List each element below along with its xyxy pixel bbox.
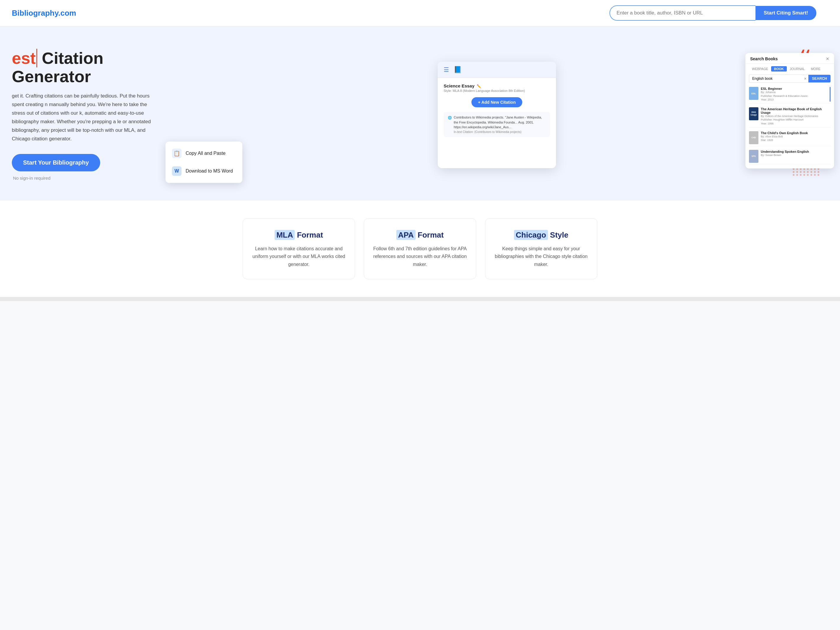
apa-badge: APA [396, 230, 415, 240]
in-text-citation: In-text Citation: (Contributors to Wikim… [454, 130, 546, 134]
book-info-1: ESL Beginner By: JohannaPublisher: Resea… [761, 87, 826, 102]
feature-mla-title: MLA Format [252, 231, 346, 240]
book-result-3[interactable]: CHD The Child's Own English Book By: Ali… [749, 129, 831, 146]
book-icon: 📘 [454, 66, 462, 74]
sbp-title: Search Books [750, 57, 778, 61]
book-thumb-4: SPK [749, 150, 758, 163]
logo[interactable]: Bibliography.com [12, 9, 76, 18]
book-thumb-3: CHD [749, 131, 758, 144]
hero-left: est Citation Generator get it. Crafting … [12, 49, 166, 181]
app-window-subtitle: Style: MLA 8 (Modern Language Associatio… [444, 89, 550, 93]
download-word-action[interactable]: W Download to MS Word [166, 162, 242, 180]
book-info-4: Understanding Spoken English By: Susan B… [761, 150, 831, 157]
apa-title-rest: Format [418, 231, 444, 239]
book-meta-4: By: Susan Brown [761, 153, 831, 157]
sbp-close-button[interactable]: ✕ [826, 57, 829, 61]
book-thumb-2: ENGUsage [749, 107, 758, 120]
sbp-search-button[interactable]: SEARCH [808, 75, 831, 82]
tab-webpage[interactable]: WEBPAGE [749, 66, 771, 71]
citation-entry: 🌐 Contributors to Wikimedia projects. "J… [444, 112, 550, 137]
hero-title-highlight: est [12, 49, 37, 67]
sbp-search-row: ✕ SEARCH [749, 74, 831, 83]
hero-cta-button[interactable]: Start Your Bibliography [12, 154, 100, 171]
header-search-input[interactable] [609, 5, 755, 21]
book-title-2: The American Heritage Book of English Us… [761, 107, 831, 114]
sbp-search-input[interactable] [749, 74, 802, 83]
book-result-2[interactable]: ENGUsage The American Heritage Book of E… [749, 106, 831, 128]
sbp-results: ESL ESL Beginner By: JohannaPublisher: R… [745, 85, 834, 165]
chicago-title-rest: Style [550, 231, 568, 239]
book-meta-2: By: Editors of the American Heritage Dic… [761, 114, 831, 126]
app-window-body: Science Essay ✏️ Style: MLA 8 (Modern La… [438, 78, 556, 145]
hero-right: ❝ ☰ 📘 Science Essay ✏️ Style: MLA 8 (Mod… [166, 44, 828, 186]
feature-chicago: Chicago Style Keep things simple and eas… [485, 218, 597, 279]
feature-apa-desc: Follow 6th and 7th edition guidelines fo… [373, 245, 467, 268]
feature-chicago-title: Chicago Style [494, 231, 588, 240]
copy-icon: 📋 [172, 148, 182, 158]
result-divider-1 [830, 87, 831, 102]
sbp-clear-button[interactable]: ✕ [802, 75, 808, 83]
book-meta-1: By: JohannaPublisher: Research & Educati… [761, 90, 826, 102]
menu-icon: ☰ [444, 66, 449, 73]
tab-more[interactable]: MORE [808, 66, 823, 71]
book-result-4[interactable]: SPK Understanding Spoken English By: Sus… [749, 148, 831, 165]
action-popup: 📋 Copy All and Paste W Download to MS Wo… [166, 142, 242, 183]
book-result-1[interactable]: ESL ESL Beginner By: JohannaPublisher: R… [749, 85, 831, 104]
feature-mla: MLA Format Learn how to make citations a… [243, 218, 355, 279]
book-meta-3: By: Alice Eliza BoltStar: 1920 [761, 135, 831, 142]
app-window-header: ☰ 📘 [438, 62, 556, 78]
mla-badge: MLA [275, 230, 295, 240]
word-icon: W [172, 166, 182, 176]
book-thumb-1: ESL [749, 87, 758, 100]
add-citation-button[interactable]: + Add New Citation [471, 97, 522, 107]
hero-no-signin-label: No sign-in required [13, 175, 51, 180]
feature-chicago-desc: Keep things simple and easy for your bib… [494, 245, 588, 268]
copy-all-action[interactable]: 📋 Copy All and Paste [166, 145, 242, 162]
header-search-form: Start Citing Smart! [609, 5, 816, 21]
search-books-panel: Search Books ✕ WEBPAGE BOOK JOURNAL MORE… [745, 53, 834, 169]
feature-apa-title: APA Format [373, 231, 467, 240]
feature-mla-desc: Learn how to make citations accurate and… [252, 245, 346, 268]
sbp-header: Search Books ✕ [745, 53, 834, 64]
globe-icon: 🌐 [448, 115, 452, 120]
copy-all-label: Copy All and Paste [186, 151, 226, 156]
download-word-label: Download to MS Word [186, 169, 233, 174]
hero-section: est Citation Generator get it. Crafting … [0, 26, 840, 201]
book-info-2: The American Heritage Book of English Us… [761, 107, 831, 126]
hero-description: get it. Crafting citations can be painfu… [12, 92, 154, 143]
footer-bar [0, 297, 840, 301]
tab-book[interactable]: BOOK [771, 66, 787, 71]
app-window-title: Science Essay ✏️ [444, 83, 550, 88]
sbp-tabs: WEBPAGE BOOK JOURNAL MORE [745, 64, 834, 73]
features-section: MLA Format Learn how to make citations a… [0, 201, 840, 297]
book-title-3: The Child's Own English Book [761, 131, 831, 135]
chicago-badge: Chicago [514, 230, 548, 240]
book-title-4: Understanding Spoken English [761, 150, 831, 153]
header-search-button[interactable]: Start Citing Smart! [755, 6, 816, 20]
tab-journal[interactable]: JOURNAL [787, 66, 808, 71]
app-window: ☰ 📘 Science Essay ✏️ Style: MLA 8 (Moder… [438, 62, 556, 168]
header: Bibliography.com Start Citing Smart! [0, 0, 840, 26]
book-title-1: ESL Beginner [761, 87, 826, 90]
book-info-3: The Child's Own English Book By: Alice E… [761, 131, 831, 142]
hero-title: est Citation Generator [12, 49, 166, 85]
feature-apa: APA Format Follow 6th and 7th edition gu… [364, 218, 476, 279]
mla-title-rest: Format [297, 231, 323, 239]
